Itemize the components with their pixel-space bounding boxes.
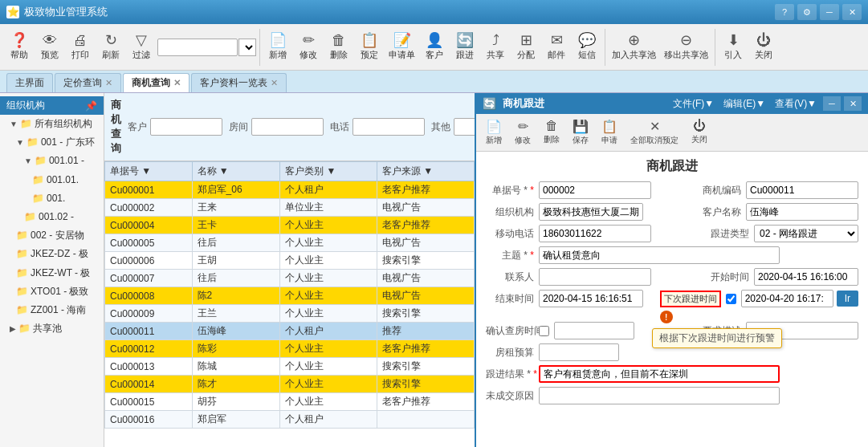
mobile-input[interactable] xyxy=(539,225,651,242)
table-row[interactable]: Cu000012 陈彩 个人业主 老客户推荐 xyxy=(105,340,475,358)
follow-result-input[interactable] xyxy=(539,365,780,383)
table-row[interactable]: Cu000013 陈城 个人业主 搜索引擎 xyxy=(105,358,475,376)
dialog-apply-btn[interactable]: 📋 申请 xyxy=(597,117,622,148)
tab-main[interactable]: 主界面 xyxy=(6,73,53,92)
tab-customer-list[interactable]: 客户资料一览表 ✕ xyxy=(191,73,287,92)
customer-field-input[interactable] xyxy=(150,118,222,136)
table-row[interactable]: Cu000011 伍海峰 个人租户 推荐 xyxy=(105,323,475,340)
follow-type-select[interactable]: 02 - 网络跟进 xyxy=(754,225,858,242)
toolbar-search-dropdown[interactable] xyxy=(238,39,256,56)
tab-merchant[interactable]: 商机查询 ✕ xyxy=(123,73,189,92)
table-row[interactable]: Cu000002 王来 单位业主 电视广告 xyxy=(105,199,475,217)
cell-name: 王卡 xyxy=(192,217,280,234)
assign-toolbar-btn[interactable]: ⊞ 分配 xyxy=(511,30,540,63)
confirm-checkin-time-input[interactable] xyxy=(554,322,634,339)
sidebar-item-001-02[interactable]: 📁 001.02 - xyxy=(0,208,104,226)
table-row[interactable]: Cu000009 王兰 个人业主 搜索引擎 xyxy=(105,305,475,323)
share-toolbar-btn[interactable]: ⤴ 共享 xyxy=(481,30,510,63)
sidebar-item-all[interactable]: ▼ 📁 所有组织机构 xyxy=(0,115,104,133)
table-row[interactable]: Cu000007 往后 个人业主 电视广告 xyxy=(105,270,475,287)
sidebar-pin-icon[interactable]: 📌 xyxy=(85,100,97,112)
table-row[interactable]: Cu000006 王胡 个人业主 搜索引擎 xyxy=(105,252,475,270)
dialog-minimize-btn[interactable]: ─ xyxy=(823,96,841,111)
mail-toolbar-btn[interactable]: ✉ 邮件 xyxy=(542,30,571,63)
close-toolbar-btn[interactable]: ⏻ 关闭 xyxy=(749,30,778,63)
merchant-code-input[interactable] xyxy=(746,181,858,199)
sidebar-item-shared-pool[interactable]: ▶ 📁 共享池 xyxy=(0,319,104,338)
phone-field-input[interactable] xyxy=(352,118,425,136)
close-window-btn[interactable]: ✕ xyxy=(842,4,862,20)
reserve-toolbar-btn[interactable]: 📋 预定 xyxy=(355,30,384,63)
next-follow-input[interactable] xyxy=(741,290,833,307)
end-time-input[interactable] xyxy=(539,290,643,307)
dialog-add-btn[interactable]: 📄 新增 xyxy=(481,117,507,148)
no-deal-reason-input[interactable] xyxy=(539,387,780,404)
tab-pricing-close[interactable]: ✕ xyxy=(105,78,112,88)
org-input[interactable] xyxy=(539,203,643,221)
remove-pool-toolbar-btn[interactable]: ⊖ 移出共享池 xyxy=(661,30,711,63)
followup-toolbar-btn[interactable]: 🔄 跟进 xyxy=(450,30,479,63)
minimize-btn[interactable]: ─ xyxy=(820,4,839,20)
dialog-close-btn[interactable]: ✕ xyxy=(844,96,862,111)
table-row[interactable]: Cu000015 胡芬 个人业主 老客户推荐 xyxy=(105,393,475,411)
dialog-close-toolbar-btn[interactable]: ⏻ 关闭 xyxy=(687,117,712,148)
sidebar-item-001b[interactable]: 📁 001. xyxy=(0,189,104,208)
table-row[interactable]: Cu000014 陈才 个人业主 搜索引擎 xyxy=(105,376,475,393)
help-toolbar-btn[interactable]: ❓ 帮助 xyxy=(5,30,34,63)
confirm-checkin-checkbox[interactable] xyxy=(539,326,549,336)
sidebar-item-shared-pool-label: 共享池 xyxy=(33,321,62,336)
cell-type: 个人业主 xyxy=(280,270,377,287)
table-row[interactable]: Cu000005 往后 个人业主 电视广告 xyxy=(105,234,475,252)
sidebar-item-001-02-label: 001.02 - xyxy=(39,209,74,225)
add-toolbar-btn[interactable]: 📄 新增 xyxy=(263,30,292,63)
delete-toolbar-btn[interactable]: 🗑 删除 xyxy=(324,30,353,63)
tab-pricing[interactable]: 定价查询 ✕ xyxy=(55,73,121,92)
tab-merchant-close[interactable]: ✕ xyxy=(173,78,181,88)
apply-toolbar-btn[interactable]: 📝 申请单 xyxy=(385,30,418,63)
settings-btn[interactable]: ⚙ xyxy=(797,4,817,20)
contact-input[interactable] xyxy=(539,268,651,286)
cell-name: 胡芬 xyxy=(192,393,280,411)
menu-edit[interactable]: 编辑(E)▼ xyxy=(723,97,765,111)
subject-input[interactable] xyxy=(539,246,780,264)
other-field-input[interactable] xyxy=(454,118,475,136)
filter-toolbar-btn[interactable]: ▽ 过滤 xyxy=(127,30,156,63)
edit-toolbar-btn[interactable]: ✏ 修改 xyxy=(294,30,323,63)
sms-toolbar-btn[interactable]: 💬 短信 xyxy=(573,30,601,63)
dialog-apply-icon: 📋 xyxy=(601,119,617,134)
add-pool-toolbar-btn[interactable]: ⊕ 加入共享池 xyxy=(609,30,659,63)
sidebar-item-jkez-dz[interactable]: 📁 JKEZ-DZ - 极 xyxy=(0,245,104,263)
print-toolbar-btn[interactable]: 🖨 打印 xyxy=(66,30,95,63)
table-row[interactable]: Cu000008 陈2 个人业主 电视广告 xyxy=(105,287,475,305)
sidebar-item-001[interactable]: ▼ 📁 001 - 广东环 xyxy=(0,133,104,152)
import-toolbar-btn[interactable]: ⬇ 引入 xyxy=(719,30,748,63)
menu-file[interactable]: 文件(F)▼ xyxy=(673,97,714,111)
tab-customer-list-close[interactable]: ✕ xyxy=(271,78,278,88)
ir-button[interactable]: Ir xyxy=(837,291,858,307)
dialog-delete-btn[interactable]: 🗑 删除 xyxy=(539,117,564,148)
help-btn[interactable]: ? xyxy=(775,4,794,20)
dialog-cancel-all-btn[interactable]: ✕ 全部取消预定 xyxy=(626,117,683,148)
room-field-input[interactable] xyxy=(251,118,324,136)
sidebar-item-001-01a[interactable]: 📁 001.01. xyxy=(0,171,104,189)
dialog-save-btn[interactable]: 💾 保存 xyxy=(568,117,593,148)
sidebar-item-jkez-wt[interactable]: 📁 JKEZ-WT - 极 xyxy=(0,264,104,282)
preview-toolbar-btn[interactable]: 👁 预览 xyxy=(35,30,64,63)
sidebar-item-xt001[interactable]: 📁 XTO01 - 极致 xyxy=(0,282,104,301)
doc-no-input[interactable] xyxy=(539,181,651,199)
table-row[interactable]: Cu000001 郑启军_06 个人租户 老客户推荐 xyxy=(105,181,475,199)
customer-toolbar-btn[interactable]: 👤 客户 xyxy=(420,30,449,63)
sidebar-item-002[interactable]: 📁 002 - 安居物 xyxy=(0,226,104,245)
start-time-input[interactable] xyxy=(754,268,858,286)
refresh-toolbar-btn[interactable]: ↻ 刷新 xyxy=(96,30,125,63)
dialog-edit-btn[interactable]: ✏ 修改 xyxy=(510,117,536,148)
customer-name-input[interactable] xyxy=(746,203,858,221)
next-follow-checkbox[interactable] xyxy=(726,294,736,304)
rent-budget-input[interactable] xyxy=(539,343,619,361)
table-row[interactable]: Cu000016 郑启军 个人租户 xyxy=(105,411,475,429)
menu-view[interactable]: 查看(V)▼ xyxy=(775,97,817,111)
sidebar-item-zz001[interactable]: 📁 ZZ001 - 海南 xyxy=(0,301,104,319)
table-row[interactable]: Cu000004 王卡 个人业主 老客户推荐 xyxy=(105,217,475,234)
toolbar-search-input[interactable] xyxy=(157,39,238,56)
sidebar-item-001-01[interactable]: ▼ 📁 001.01 - xyxy=(0,152,104,170)
